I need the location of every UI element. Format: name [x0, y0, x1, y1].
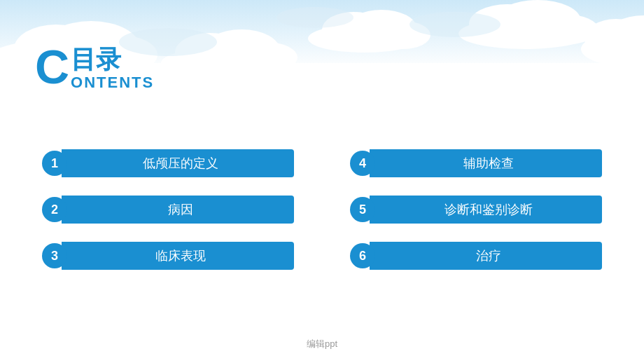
menu-number-6: 6 — [350, 243, 375, 268]
menu-number-1: 1 — [42, 151, 67, 176]
menu-item-4[interactable]: 4 辅助检查 — [350, 147, 602, 179]
menu-number-5: 5 — [350, 197, 375, 222]
title-letter-c: C — [35, 46, 69, 88]
menu-number-4: 4 — [350, 151, 375, 176]
menu-label-3: 临床表现 — [62, 242, 294, 270]
menu-label-2: 病因 — [62, 196, 294, 224]
svg-point-22 — [276, 7, 354, 28]
menu-number-3: 3 — [42, 243, 67, 268]
title-text-block: 目录 ONTENTS — [71, 46, 154, 92]
title-chinese: 目录 — [71, 46, 154, 74]
bottom-text: 编辑ppt — [0, 338, 644, 350]
menu-item-2[interactable]: 2 病因 — [42, 193, 294, 226]
title-area: C 目录 ONTENTS — [35, 46, 154, 92]
menu-item-1[interactable]: 1 低颅压的定义 — [42, 147, 294, 179]
menu-label-6: 治疗 — [370, 242, 602, 270]
menu-item-5[interactable]: 5 诊断和鉴别诊断 — [350, 193, 602, 226]
menu-label-4: 辅助检查 — [370, 149, 602, 177]
menu-item-6[interactable]: 6 治疗 — [350, 240, 602, 272]
menu-number-2: 2 — [42, 197, 67, 222]
title-english: ONTENTS — [71, 74, 154, 92]
svg-point-21 — [410, 12, 500, 37]
menu-label-1: 低颅压的定义 — [62, 149, 294, 177]
menu-label-5: 诊断和鉴别诊断 — [370, 196, 602, 224]
menu-container: 1 低颅压的定义 4 辅助检查 2 病因 5 诊断和鉴别诊断 3 临床表现 6 … — [0, 147, 644, 272]
menu-item-3[interactable]: 3 临床表现 — [42, 240, 294, 272]
